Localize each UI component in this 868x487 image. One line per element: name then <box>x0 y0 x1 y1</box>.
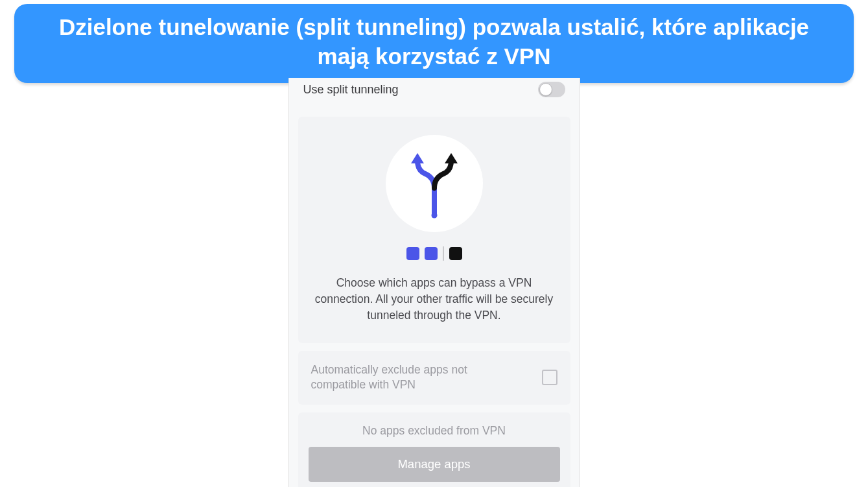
use-split-tunneling-row[interactable]: Use split tunneling <box>289 78 580 109</box>
legend-blue-square <box>425 247 438 260</box>
use-split-tunneling-label: Use split tunneling <box>303 83 399 97</box>
auto-exclude-checkbox[interactable] <box>542 370 557 385</box>
legend-blue-square <box>406 247 419 260</box>
auto-exclude-row[interactable]: Automatically exclude apps not compatibl… <box>298 351 570 405</box>
manage-apps-button[interactable]: Manage apps <box>309 447 560 482</box>
excluded-apps-card: No apps excluded from VPN Manage apps <box>298 412 570 487</box>
explainer-banner: Dzielone tunelowanie (split tunneling) p… <box>14 4 854 83</box>
svg-point-0 <box>431 213 437 219</box>
legend-divider <box>443 246 444 261</box>
no-apps-text: No apps excluded from VPN <box>309 424 560 438</box>
split-arrows-illustration <box>386 135 483 232</box>
auto-exclude-label: Automatically exclude apps not compatibl… <box>311 362 506 393</box>
color-legend <box>311 246 557 261</box>
split-arrows-icon <box>402 148 467 219</box>
info-description: Choose which apps can bypass a VPN conne… <box>311 275 557 324</box>
legend-black-square <box>449 247 462 260</box>
app-panel: Use split tunneling Choose which apps ca… <box>288 78 580 487</box>
toggle-knob <box>539 83 552 96</box>
use-split-tunneling-toggle[interactable] <box>538 82 565 97</box>
split-tunneling-info-card: Choose which apps can bypass a VPN conne… <box>298 117 570 343</box>
banner-text: Dzielone tunelowanie (split tunneling) p… <box>34 13 834 71</box>
